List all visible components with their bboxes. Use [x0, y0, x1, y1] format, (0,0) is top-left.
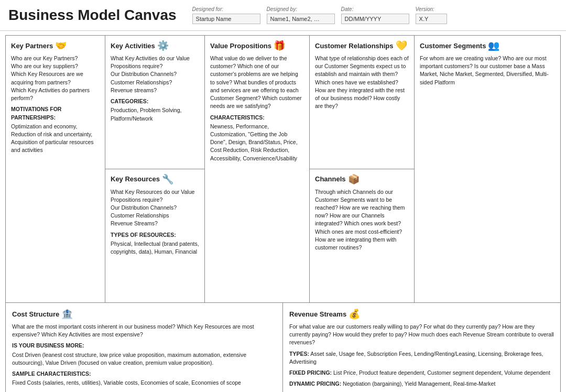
channels-title: Channels 📦 [315, 173, 409, 185]
key-activities-text: Key Activities [111, 42, 155, 50]
designed-for-label: Designed for: [192, 6, 260, 12]
revenue-streams-types-line: TYPES: Asset sale, Usage fee, Subscripti… [289, 350, 554, 366]
customer-relationships-questions: What type of relationship does each of o… [315, 55, 409, 111]
key-partners-questions: Who are our Key Partners?Who are our key… [11, 55, 100, 102]
key-partners-section: Key Partners 🤝 Who are our Key Partners?… [6, 36, 105, 302]
customer-relationships-icon: 💛 [396, 40, 407, 51]
value-propositions-subcategory: CHARACTERISTICS: [210, 114, 304, 122]
revenue-streams-dynamic-content: Negotiation (bargaining), Yield Manageme… [343, 380, 495, 387]
version-label: Version: [416, 6, 447, 12]
cost-structure-text: Cost Structure [12, 310, 59, 318]
header-meta-fields: Designed for: Designed by: Date: Version… [192, 6, 558, 26]
channels-content: Through which Channels do our Customer S… [315, 188, 409, 252]
page-header: Business Model Canvas Designed for: Desi… [0, 0, 566, 31]
canvas-top-row: Key Partners 🤝 Who are our Key Partners?… [6, 36, 560, 303]
key-activities-subcategory: CATEGORIES: [111, 97, 199, 105]
designed-for-input[interactable] [192, 14, 260, 24]
designed-by-field: Designed by: [267, 6, 335, 24]
key-resources-title: Key Resources 🔧 [111, 173, 199, 185]
canvas-bottom-row: Cost Structure 🏦 What are the most impor… [6, 303, 560, 392]
designed-by-label: Designed by: [267, 6, 335, 12]
revenue-streams-section: Revenue Streams 💰 For what value are our… [283, 303, 560, 392]
key-activities-section: Key Activities ⚙️ What Key Activities do… [105, 36, 204, 169]
value-propositions-text: Value Propositions [210, 42, 271, 50]
date-label: Date: [341, 6, 409, 12]
page-title: Business Model Canvas [8, 6, 177, 24]
cost-structure-subcategory-sample: SAMPLE CHARACTERISTICS: [12, 370, 276, 378]
version-field: Version: [416, 6, 447, 24]
customer-relationships-text: Customer Relationships [315, 42, 394, 50]
cost-structure-questions: What are the most important costs inhere… [12, 323, 276, 339]
value-propositions-section: Value Propositions 🎁 What value do we de… [205, 36, 309, 302]
revenue-streams-content: For what value are our customers really … [289, 323, 554, 388]
key-activities-content: What Key Activities do our Value Proposi… [111, 55, 199, 123]
cost-structure-section: Cost Structure 🏦 What are the most impor… [6, 303, 283, 392]
cost-structure-business: Cost Driven (leanest cost structure, low… [12, 351, 276, 367]
channels-questions: Through which Channels do our Customer S… [315, 188, 409, 252]
key-partners-text: Key Partners [11, 42, 53, 50]
key-activities-questions: What Key Activities do our Value Proposi… [111, 55, 199, 94]
key-partners-title: Key Partners 🤝 [11, 40, 100, 51]
value-propositions-questions: What value do we deliver to the customer… [210, 55, 304, 111]
key-partners-icon: 🤝 [55, 40, 67, 51]
date-input[interactable] [341, 14, 409, 24]
key-resources-section: Key Resources 🔧 What Key Resources do ou… [105, 169, 204, 303]
customer-relationships-content: What type of relationship does each of o… [315, 55, 409, 111]
key-partners-motivations: Optimization and economy, Reduction of r… [11, 123, 100, 155]
revenue-streams-text: Revenue Streams [289, 310, 346, 318]
revenue-streams-icon: 💰 [349, 308, 360, 320]
key-activities-title: Key Activities ⚙️ [111, 40, 199, 51]
key-activities-icon: ⚙️ [157, 40, 169, 51]
revenue-streams-types-label: TYPES: [289, 351, 309, 357]
customer-segments-questions: For whom are we creating value? Who are … [420, 55, 555, 86]
channels-text: Channels [315, 175, 346, 183]
value-propositions-content: What value do we deliver to the customer… [210, 55, 304, 162]
customer-segments-content: For whom are we creating value? Who are … [420, 55, 555, 86]
revenue-streams-fixed-label: FIXED PRICING: [289, 369, 332, 376]
key-partners-subcategory: MOTIVATIONS FOR PARTNERSHIPS: [11, 105, 100, 121]
value-propositions-characteristics: Newness, Performance, Customization, "Ge… [210, 123, 304, 162]
revenue-streams-fixed-content: List Price, Product feature dependent, C… [333, 369, 550, 376]
key-activities-categories: Production, Problem Solving, Platform/Ne… [111, 106, 199, 122]
customer-segments-section: Customer Segments 👥 For whom are we crea… [415, 36, 560, 302]
value-propositions-icon: 🎁 [274, 40, 285, 51]
revenue-streams-dynamic-line: DYNAMIC PRICING: Negotiation (bargaining… [289, 380, 554, 388]
cost-structure-title: Cost Structure 🏦 [12, 308, 276, 320]
key-resources-icon: 🔧 [162, 173, 173, 185]
cost-structure-sample: Fixed Costs (salaries, rents, utilities)… [12, 379, 276, 387]
key-resources-content: What Key Resources do our Value Proposit… [111, 188, 199, 256]
channels-section: Channels 📦 Through which Channels do our… [310, 169, 414, 303]
channels-icon: 📦 [348, 173, 360, 185]
cost-structure-subcategory-business: IS YOUR BUSINESS MORE: [12, 342, 276, 350]
key-resources-questions: What Key Resources do our Value Proposit… [111, 188, 199, 228]
revenue-streams-fixed-line: FIXED PRICING: List Price, Product featu… [289, 369, 554, 377]
key-resources-types: Physical, Intellectual (brand patents, c… [111, 240, 199, 256]
customer-segments-text: Customer Segments [420, 42, 486, 50]
revenue-streams-types-content: Asset sale, Usage fee, Subscription Fees… [289, 351, 543, 365]
business-model-canvas: Key Partners 🤝 Who are our Key Partners?… [5, 35, 561, 392]
key-partners-column: Key Partners 🤝 Who are our Key Partners?… [6, 36, 105, 302]
revenue-streams-questions: For what value are our customers really … [289, 323, 554, 347]
customer-segments-title: Customer Segments 👥 [420, 40, 555, 51]
cost-structure-content: What are the most important costs inhere… [12, 323, 276, 387]
cost-structure-icon: 🏦 [61, 308, 73, 320]
key-resources-text: Key Resources [111, 175, 160, 183]
designed-by-input[interactable] [267, 14, 335, 24]
revenue-streams-dynamic-label: DYNAMIC PRICING: [289, 380, 341, 387]
customer-segments-column: Customer Segments 👥 For whom are we crea… [415, 36, 560, 302]
cr-channels-column: Customer Relationships 💛 What type of re… [310, 36, 415, 302]
customer-relationships-section: Customer Relationships 💛 What type of re… [310, 36, 414, 169]
value-propositions-title: Value Propositions 🎁 [210, 40, 304, 51]
date-field: Date: [341, 6, 409, 24]
designed-for-field: Designed for: [192, 6, 260, 24]
key-resources-subcategory: TYPES OF RESOURCES: [111, 231, 199, 239]
version-input[interactable] [416, 14, 447, 24]
customer-relationships-title: Customer Relationships 💛 [315, 40, 409, 51]
customer-segments-icon: 👥 [488, 40, 499, 51]
value-propositions-column: Value Propositions 🎁 What value do we de… [205, 36, 310, 302]
key-partners-content: Who are our Key Partners?Who are our key… [11, 55, 100, 155]
revenue-streams-title: Revenue Streams 💰 [289, 308, 554, 320]
key-activities-resources-column: Key Activities ⚙️ What Key Activities do… [105, 36, 205, 302]
